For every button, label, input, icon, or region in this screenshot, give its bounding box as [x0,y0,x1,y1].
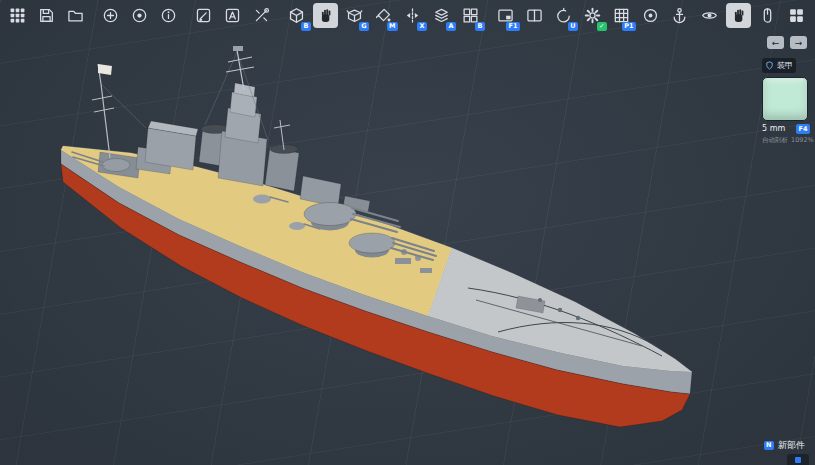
shortcut-badge: U [568,22,578,32]
ship-deck [61,146,692,372]
pan-view-button[interactable] [726,3,751,28]
shortcut-badge: X [417,22,427,32]
grid-snap-button[interactable]: P1 [609,3,634,28]
tools-button[interactable] [249,3,274,28]
history-nav: ← → [767,36,807,49]
battleship-model [0,0,815,465]
material-fill-button[interactable]: M [371,3,396,28]
mouse-mode-button[interactable] [755,3,780,28]
save-button[interactable] [34,3,59,28]
shortcut-badge: G [359,22,369,32]
armor-label: 装甲 [777,60,793,71]
superstructure [98,83,370,212]
pan-tool-button[interactable] [313,3,338,28]
redo-button[interactable]: → [790,36,807,49]
deck-details [395,249,662,356]
armor-header: 装甲 [762,58,796,73]
edit-button[interactable] [191,3,216,28]
rotate-tool-button[interactable]: U [551,3,576,28]
new-part-key-badge: N [764,441,774,451]
armor-thickness-value: 5 mm [762,124,785,133]
shortcut-badge: M [387,22,398,32]
anchor-point-button[interactable] [667,3,692,28]
armor-shortcut-badge: F4 [796,124,810,134]
shortcut-badge: ✓ [597,22,607,32]
hull-red-bottom [61,164,690,427]
turrets [72,152,436,260]
focus-target-button[interactable] [638,3,663,28]
block-mode-button[interactable]: B [284,3,309,28]
view-layout-button[interactable] [784,3,809,28]
bow-deck [428,248,692,372]
blue-dot-icon [795,457,801,463]
text-label-button[interactable] [220,3,245,28]
screenshot-panel-button[interactable]: F1 [493,3,518,28]
new-part-label: 新部件 [778,439,805,452]
shortcut-badge: B [301,22,311,32]
wood-deck [61,146,452,316]
shortcut-badge: A [446,22,456,32]
masts [92,46,290,158]
viewport-3d[interactable] [0,0,815,465]
hull-freeboard [61,150,692,394]
block-grid-button[interactable]: B [458,3,483,28]
shortcut-badge: P1 [622,22,636,32]
armor-note-value: 1092% [791,136,814,145]
settings-button[interactable]: ✓ [580,3,605,28]
apps-menu-button[interactable] [5,3,30,28]
view-toolbar [697,3,809,28]
main-toolbar: BGMXABF1U✓P1 [5,3,692,28]
undo-button[interactable]: ← [767,36,784,49]
ship-hull [61,150,692,427]
app-window: BGMXABF1U✓P1 ← → 装甲 5 mm F4 自动剖析 1092% N… [0,0,815,465]
armor-note: 自动剖析 1092% [762,136,810,145]
mirror-symmetry-button[interactable]: X [400,3,425,28]
flag [98,64,112,75]
info-button[interactable] [156,3,181,28]
group-box-button[interactable]: G [342,3,367,28]
visibility-button[interactable] [697,3,722,28]
shortcut-badge: B [475,22,485,32]
new-part-button[interactable]: N 新部件 [764,439,805,452]
add-part-button[interactable] [98,3,123,28]
open-folder-button[interactable] [63,3,88,28]
paint-button[interactable] [127,3,152,28]
armor-note-label: 自动剖析 [762,136,788,145]
split-view-button[interactable] [522,3,547,28]
layers-button[interactable]: A [429,3,454,28]
armor-panel: 装甲 5 mm F4 自动剖析 1092% [762,58,810,145]
armor-material-swatch[interactable] [762,77,808,121]
corner-indicator [787,454,809,465]
shield-icon [765,61,774,70]
shortcut-badge: F1 [506,22,520,32]
